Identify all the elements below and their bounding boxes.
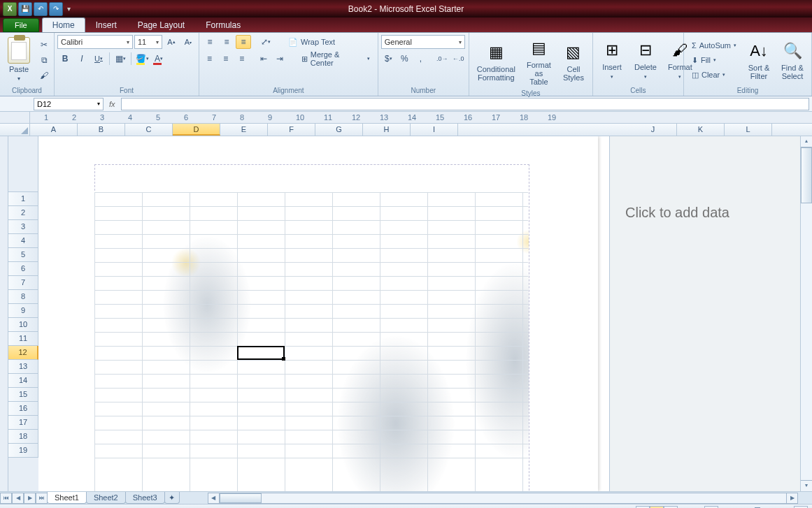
zoom-in-icon[interactable]: + — [794, 506, 808, 509]
underline-button[interactable]: U▾ — [91, 52, 106, 66]
clear-button[interactable]: ◫Clear▾ — [687, 68, 741, 82]
align-center-icon[interactable]: ≡ — [218, 52, 233, 66]
sheet-tab-2[interactable]: Sheet2 — [86, 492, 126, 504]
format-painter-icon[interactable]: 🖌 — [36, 68, 52, 82]
redo-icon[interactable]: ↷ — [49, 2, 63, 16]
font-name-combo[interactable]: Calibri▾ — [57, 35, 133, 49]
qat-customize-icon[interactable]: ▾ — [64, 2, 73, 16]
align-right-icon[interactable]: ≡ — [234, 52, 249, 66]
row-header[interactable]: 1 — [8, 192, 38, 206]
column-header[interactable]: J — [629, 124, 677, 136]
add-data-hint[interactable]: Click to add data — [625, 205, 812, 221]
row-header[interactable]: 5 — [8, 248, 38, 262]
grow-font-icon[interactable]: A▴ — [164, 35, 179, 49]
zoom-out-icon[interactable]: − — [704, 506, 718, 509]
format-as-table-button[interactable]: ▤Format as Table — [522, 35, 556, 88]
sheet-canvas[interactable] — [38, 136, 609, 491]
scroll-left-icon[interactable]: ◀ — [208, 493, 220, 503]
cut-icon[interactable]: ✂ — [36, 38, 52, 52]
column-header[interactable]: K — [677, 124, 725, 136]
font-color-icon[interactable]: A▾ — [151, 52, 166, 66]
row-header[interactable]: 8 — [8, 290, 38, 304]
excel-icon[interactable]: X — [3, 2, 17, 16]
column-header[interactable]: G — [315, 124, 363, 136]
decrease-indent-icon[interactable]: ⇤ — [256, 52, 271, 66]
column-header[interactable]: A — [30, 124, 78, 136]
row-header[interactable]: 3 — [8, 220, 38, 234]
column-header[interactable]: D — [173, 124, 220, 136]
row-header[interactable]: 12 — [8, 346, 38, 360]
align-left-icon[interactable]: ≡ — [202, 52, 217, 66]
tab-page-layout[interactable]: Page Layout — [127, 17, 195, 32]
tab-nav-next-icon[interactable]: ▶ — [24, 493, 36, 504]
italic-button[interactable]: I — [74, 52, 90, 66]
sheet-tab-1[interactable]: Sheet1 — [47, 492, 87, 504]
bold-button[interactable]: B — [57, 52, 73, 66]
accounting-format-icon[interactable]: $▾ — [381, 52, 396, 66]
horizontal-scrollbar[interactable]: ◀ ▶ — [208, 493, 798, 504]
percent-format-icon[interactable]: % — [397, 52, 412, 66]
merge-center-button[interactable]: ⊞Merge & Center▾ — [297, 52, 375, 66]
wrap-text-button[interactable]: 📄Wrap Text — [283, 35, 340, 49]
conditional-formatting-button[interactable]: ▦Conditional Formatting — [472, 35, 520, 88]
row-header[interactable]: 19 — [8, 444, 38, 458]
column-header[interactable]: B — [78, 124, 125, 136]
selected-cell[interactable] — [237, 346, 285, 360]
name-box[interactable]: D12▾ — [34, 98, 104, 110]
undo-icon[interactable]: ↶ — [34, 2, 48, 16]
column-header[interactable]: E — [220, 124, 268, 136]
number-format-combo[interactable]: General▾ — [381, 35, 465, 49]
comma-format-icon[interactable]: , — [413, 52, 428, 66]
formula-input[interactable] — [121, 98, 809, 110]
shrink-font-icon[interactable]: A▾ — [180, 35, 196, 49]
column-header[interactable]: H — [363, 124, 411, 136]
tab-nav-last-icon[interactable]: ⏭ — [36, 493, 48, 504]
column-header[interactable]: L — [725, 124, 772, 136]
row-header[interactable]: 13 — [8, 360, 38, 374]
row-header[interactable]: 11 — [8, 332, 38, 346]
column-header[interactable]: C — [125, 124, 173, 136]
delete-cells-button[interactable]: ⊟Delete▾ — [629, 35, 662, 85]
tab-nav-first-icon[interactable]: ⏮ — [0, 493, 12, 504]
tab-nav-prev-icon[interactable]: ◀ — [12, 493, 24, 504]
decrease-decimal-icon[interactable]: ←.0 — [451, 52, 466, 66]
row-header[interactable]: 2 — [8, 206, 38, 220]
view-page-layout-icon[interactable]: ▤ — [650, 506, 664, 509]
scroll-up-icon[interactable]: ▴ — [801, 136, 812, 147]
sort-filter-button[interactable]: A↓Sort & Filter — [743, 35, 775, 85]
copy-icon[interactable]: ⧉ — [36, 53, 52, 67]
tab-formulas[interactable]: Formulas — [195, 17, 251, 32]
row-header[interactable]: 15 — [8, 388, 38, 402]
column-header[interactable]: I — [411, 124, 458, 136]
select-all-button[interactable] — [0, 124, 30, 136]
orientation-icon[interactable]: ⤢▾ — [258, 35, 273, 49]
scroll-thumb[interactable] — [801, 147, 812, 203]
insert-cells-button[interactable]: ⊞Insert▾ — [596, 35, 628, 85]
save-icon[interactable]: 💾 — [18, 2, 32, 16]
row-header[interactable]: 4 — [8, 234, 38, 248]
row-header[interactable]: 18 — [8, 430, 38, 444]
row-header[interactable]: 10 — [8, 318, 38, 332]
sheet-tab-3[interactable]: Sheet3 — [125, 492, 165, 504]
scroll-down-icon[interactable]: ▾ — [801, 480, 812, 491]
new-sheet-icon[interactable]: ✦ — [164, 492, 180, 504]
column-header[interactable]: F — [268, 124, 315, 136]
vertical-scrollbar[interactable]: ▴ ▾ — [800, 136, 812, 491]
align-middle-icon[interactable]: ≡ — [219, 35, 234, 49]
row-header[interactable]: 6 — [8, 262, 38, 276]
row-header[interactable]: 14 — [8, 374, 38, 388]
row-header[interactable]: 7 — [8, 276, 38, 290]
paste-button[interactable]: Paste▾ — [3, 35, 35, 85]
row-header[interactable]: 17 — [8, 416, 38, 430]
view-normal-icon[interactable]: ▦ — [636, 506, 650, 509]
increase-decimal-icon[interactable]: .0→ — [435, 52, 450, 66]
align-top-icon[interactable]: ≡ — [202, 35, 218, 49]
hscroll-thumb[interactable] — [220, 493, 262, 503]
border-icon[interactable]: ▦▾ — [113, 52, 128, 66]
scroll-right-icon[interactable]: ▶ — [786, 493, 797, 503]
find-select-button[interactable]: 🔍Find & Select — [776, 35, 809, 85]
view-page-break-icon[interactable]: ▧ — [664, 506, 678, 509]
fill-color-icon[interactable]: 🪣▾ — [134, 52, 150, 66]
font-size-combo[interactable]: 11▾ — [134, 35, 162, 49]
increase-indent-icon[interactable]: ⇥ — [272, 52, 287, 66]
